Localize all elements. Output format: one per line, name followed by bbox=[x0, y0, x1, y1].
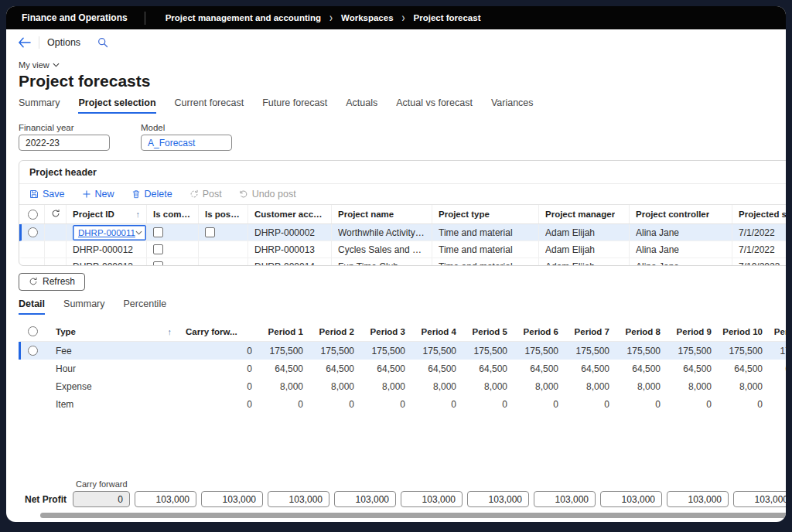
forecast-column-header-period-5[interactable]: Period 5 bbox=[463, 322, 514, 341]
column-header-is-complete[interactable]: Is complete bbox=[147, 205, 199, 223]
project-row-dhrp-000013[interactable]: DHRP-000013DHRP-000014Fun Time ClubTime … bbox=[19, 258, 786, 265]
tab-project-selection[interactable]: Project selection bbox=[78, 97, 155, 114]
forecast-column-header-period-6[interactable]: Period 6 bbox=[514, 322, 565, 341]
detail-tabs: DetailSummaryPercentile bbox=[19, 298, 786, 315]
select-all-radio[interactable] bbox=[28, 210, 38, 220]
row-radio[interactable] bbox=[28, 227, 38, 237]
financial-year-input[interactable]: 2022-23 bbox=[19, 135, 110, 151]
forecast-column-header-period-4[interactable]: Period 4 bbox=[412, 322, 463, 341]
tab-summary[interactable]: Summary bbox=[19, 97, 60, 114]
forecast-column-header-carry-forw[interactable]: Carry forw... bbox=[179, 322, 259, 341]
period-3-cell: 175,500 bbox=[361, 342, 412, 360]
period-2-cell: 0 bbox=[310, 395, 361, 413]
forecast-select-all-radio[interactable] bbox=[28, 326, 38, 336]
breadcrumb-item-project-management-and-accounting[interactable]: Project management and accounting bbox=[166, 13, 321, 22]
view-selector-label: My view bbox=[19, 60, 50, 70]
forecast-column-header-type[interactable]: Type↑ bbox=[49, 322, 179, 341]
type-value: Fee bbox=[56, 346, 72, 356]
column-header-project-type[interactable]: Project type bbox=[432, 205, 539, 223]
new-button[interactable]: New bbox=[82, 189, 114, 200]
period-value: 0 bbox=[298, 399, 303, 410]
forecast-column-header-period-7[interactable]: Period 7 bbox=[565, 322, 616, 341]
period-value: 0 bbox=[451, 399, 456, 410]
undo-post-button[interactable]: Undo post bbox=[239, 189, 296, 200]
period-11-cell: 0 bbox=[770, 395, 786, 413]
forecast-row-hour[interactable]: Hour064,50064,50064,50064,50064,50064,50… bbox=[19, 360, 786, 377]
forecast-column-header-period-2[interactable]: Period 2 bbox=[310, 322, 361, 341]
forecast-column-header-period-8[interactable]: Period 8 bbox=[616, 322, 667, 341]
tab-actuals[interactable]: Actuals bbox=[346, 97, 377, 114]
action-pane: Options bbox=[6, 29, 786, 56]
detail-tab-percentile[interactable]: Percentile bbox=[124, 298, 167, 315]
period-9-cell: 0 bbox=[667, 395, 719, 413]
post-button[interactable]: Post bbox=[189, 189, 222, 200]
detail-tab-detail[interactable]: Detail bbox=[19, 298, 45, 315]
horizontal-scrollbar[interactable] bbox=[40, 513, 786, 518]
is-complete-checkbox[interactable] bbox=[153, 227, 163, 237]
project-id-combobox[interactable]: DHRP-000011 bbox=[73, 225, 146, 240]
project-name-value: Cycles Sales and Repair bbox=[338, 244, 425, 255]
model-input[interactable]: A_Forecast bbox=[141, 135, 232, 151]
project-row-dhrp-000012[interactable]: DHRP-000012DHRP-000013Cycles Sales and R… bbox=[19, 241, 786, 258]
column-header-project-name[interactable]: Project name bbox=[332, 205, 432, 223]
period-4-cell: 175,500 bbox=[412, 342, 463, 360]
forecast-row-expense[interactable]: Expense08,0008,0008,0008,0008,0008,0008,… bbox=[19, 377, 786, 395]
forecast-column-header-period-3[interactable]: Period 3 bbox=[361, 322, 412, 341]
app-name[interactable]: Finance and Operations bbox=[6, 12, 145, 23]
new-button-label: New bbox=[95, 189, 114, 200]
column-header-refresh[interactable] bbox=[45, 205, 67, 223]
delete-button[interactable]: Delete bbox=[131, 189, 172, 200]
period-7-cell: 64,500 bbox=[565, 360, 616, 377]
tab-current-forecast[interactable]: Current forecast bbox=[175, 97, 244, 114]
column-header-label: Project ID bbox=[73, 210, 114, 219]
search-icon[interactable] bbox=[97, 37, 108, 48]
combobox-chevron-icon[interactable] bbox=[135, 230, 142, 235]
forecast-select-all[interactable] bbox=[21, 322, 49, 341]
forecast-row-fee[interactable]: Fee0175,500175,500175,500175,500175,5001… bbox=[19, 342, 786, 360]
grid-refresh-icon[interactable] bbox=[51, 209, 60, 220]
tab-actual-vs-forecast[interactable]: Actual vs forecast bbox=[396, 97, 473, 114]
view-selector[interactable]: My view bbox=[19, 60, 60, 70]
tab-future-forecast[interactable]: Future forecast bbox=[262, 97, 327, 114]
tab-variances[interactable]: Variances bbox=[491, 97, 534, 114]
net-profit-period-8-value: 103,000 bbox=[600, 491, 662, 507]
refresh-button[interactable]: Refresh bbox=[19, 273, 85, 291]
forecast-row-item[interactable]: Item0000000000000 bbox=[19, 395, 786, 413]
column-header-sel[interactable] bbox=[22, 205, 45, 223]
period-value: 175,500 bbox=[474, 346, 507, 356]
net-profit-period-3-value: 103,000 bbox=[268, 491, 329, 507]
breadcrumb-item-workspaces[interactable]: Workspaces bbox=[341, 13, 394, 22]
is-complete-checkbox[interactable] bbox=[153, 261, 163, 265]
projected-start-value: 7/1/2022 bbox=[739, 227, 775, 238]
forecast-grid: Type↑Carry forw...Period 1Period 2Period… bbox=[19, 322, 786, 413]
forecast-column-label: Period 11 bbox=[774, 327, 786, 336]
period-11-cell: 64,500 bbox=[770, 360, 786, 377]
project-id-link[interactable]: DHRP-000011 bbox=[78, 228, 135, 237]
forecast-column-header-period-11[interactable]: Period 11 bbox=[770, 322, 786, 341]
column-header-project-manager[interactable]: Project manager bbox=[539, 205, 630, 223]
is-complete-checkbox[interactable] bbox=[153, 244, 163, 254]
save-button[interactable]: Save bbox=[29, 189, 65, 200]
column-header-is-posted[interactable]: Is posted bbox=[199, 205, 248, 223]
column-header-project-id[interactable]: Project ID↑ bbox=[67, 205, 147, 223]
column-header-projected-start[interactable]: Projected start bbox=[732, 205, 786, 223]
breadcrumb-item-project-forecast[interactable]: Project forecast bbox=[414, 13, 481, 22]
back-button[interactable] bbox=[18, 37, 31, 48]
forecast-column-header-period-1[interactable]: Period 1 bbox=[259, 322, 310, 341]
detail-tab-summary[interactable]: Summary bbox=[63, 298, 104, 315]
project-row-dhrp-000011[interactable]: DHRP-000011DHRP-000002Worthwhile Activit… bbox=[19, 224, 786, 241]
period-1-cell: 175,500 bbox=[259, 342, 310, 360]
period-value: 0 bbox=[604, 399, 609, 410]
is-posted-cell bbox=[199, 241, 248, 257]
is-posted-checkbox[interactable] bbox=[205, 227, 215, 237]
projected-start-cell: 7/1/2022 bbox=[732, 241, 786, 257]
forecast-column-header-period-10[interactable]: Period 10 bbox=[719, 322, 770, 341]
column-header-project-controller[interactable]: Project controller bbox=[630, 205, 732, 223]
period-value: 8,000 bbox=[637, 381, 661, 392]
back-arrow-icon bbox=[19, 38, 30, 46]
options-menu[interactable]: Options bbox=[47, 37, 80, 48]
period-7-cell: 8,000 bbox=[565, 377, 616, 395]
forecast-column-header-period-9[interactable]: Period 9 bbox=[667, 322, 719, 341]
forecast-row-radio[interactable] bbox=[28, 346, 38, 356]
column-header-customer-account[interactable]: Customer account bbox=[248, 205, 332, 223]
